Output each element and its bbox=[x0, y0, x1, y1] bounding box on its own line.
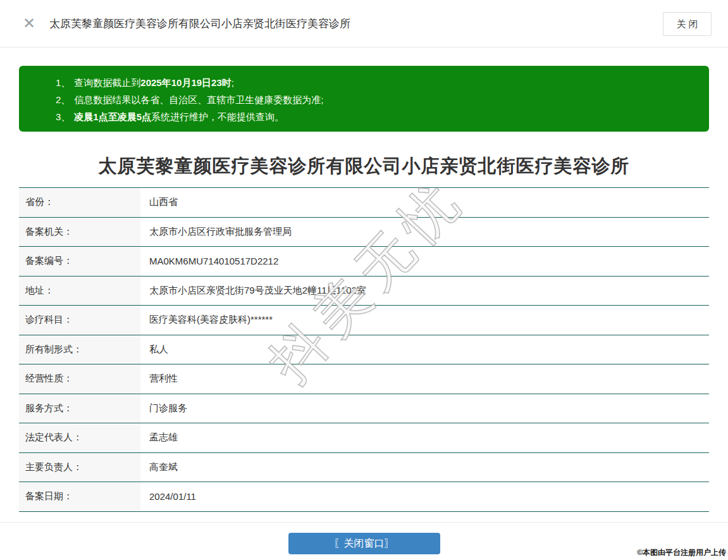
field-label: 备案编号： bbox=[19, 247, 140, 276]
notice-line: 1、查询数据截止到2025年10月19日23时; bbox=[56, 74, 696, 91]
field-value: MA0KM6MU714010517D2212 bbox=[140, 247, 709, 276]
field-value: 高奎斌 bbox=[140, 453, 709, 482]
table-row: 主要负责人：高奎斌 bbox=[19, 452, 709, 482]
field-label: 法定代表人： bbox=[19, 423, 140, 452]
footer-divider bbox=[0, 522, 728, 523]
field-label: 备案机关： bbox=[19, 218, 140, 247]
field-value: 门诊服务 bbox=[140, 394, 709, 423]
table-row: 诊疗科目：医疗美容科(美容皮肤科)****** bbox=[19, 305, 709, 335]
notice-box: 1、查询数据截止到2025年10月19日23时;2、信息数据结果以各省、自治区、… bbox=[19, 66, 709, 132]
field-label: 备案日期： bbox=[19, 482, 140, 511]
field-value: 山西省 bbox=[140, 188, 709, 217]
notice-text-segment: 信息数据结果以各省、自治区、直辖市卫生健康委数据为准; bbox=[74, 94, 323, 105]
field-label: 地址： bbox=[19, 277, 140, 306]
field-label: 省份： bbox=[19, 188, 140, 217]
notice-line-number: 2、 bbox=[56, 94, 70, 105]
notice-line: 3、凌晨1点至凌晨5点系统进行维护，不能提供查询。 bbox=[56, 108, 696, 125]
close-icon[interactable]: ✕ bbox=[23, 16, 35, 31]
field-value: 太原市小店区行政审批服务管理局 bbox=[140, 218, 709, 247]
notice-text-segment: 凌晨1点至凌晨5点 bbox=[74, 111, 151, 122]
table-row: 法定代表人：孟志雄 bbox=[19, 423, 709, 452]
top-bar: ✕ 太原芙黎童颜医疗美容诊所有限公司小店亲贤北街医疗美容诊所 关 闭 bbox=[0, 0, 728, 47]
close-button[interactable]: 关 闭 bbox=[663, 12, 712, 36]
field-value: 私人 bbox=[140, 335, 709, 364]
notice-line: 2、信息数据结果以各省、自治区、直辖市卫生健康委数据为准; bbox=[56, 91, 696, 108]
footer: 〖关闭窗口〗 bbox=[0, 533, 728, 554]
table-row: 备案编号：MA0KM6MU714010517D2212 bbox=[19, 246, 709, 276]
info-table: 省份：山西省备案机关：太原市小店区行政审批服务管理局备案编号：MA0KM6MU7… bbox=[19, 187, 709, 512]
notice-line-number: 1、 bbox=[56, 77, 70, 88]
table-row: 备案日期：2024/01/11 bbox=[19, 482, 709, 511]
table-row: 省份：山西省 bbox=[19, 187, 709, 217]
notice-text-segment: ; bbox=[231, 77, 234, 88]
close-window-button[interactable]: 〖关闭窗口〗 bbox=[288, 533, 440, 554]
table-row: 地址：太原市小店区亲贤北街79号茂业天地2幢11层1102室 bbox=[19, 276, 709, 306]
table-row: 服务方式：门诊服务 bbox=[19, 394, 709, 423]
field-value: 医疗美容科(美容皮肤科)****** bbox=[140, 306, 709, 335]
table-row: 备案机关：太原市小店区行政审批服务管理局 bbox=[19, 217, 709, 247]
field-label: 诊疗科目： bbox=[19, 306, 140, 335]
page-title: 太原芙黎童颜医疗美容诊所有限公司小店亲贤北街医疗美容诊所 bbox=[0, 152, 728, 180]
notice-text-segment: 查询数据截止到 bbox=[74, 77, 140, 88]
table-row: 所有制形式：私人 bbox=[19, 335, 709, 364]
notice-text-segment: 2025年10月19日23时 bbox=[140, 77, 231, 88]
field-label: 所有制形式： bbox=[19, 335, 140, 364]
field-value: 2024/01/11 bbox=[140, 482, 709, 511]
field-value: 太原市小店区亲贤北街79号茂业天地2幢11层1102室 bbox=[140, 277, 709, 306]
field-value: 孟志雄 bbox=[140, 423, 709, 452]
field-value: 营利性 bbox=[140, 364, 709, 394]
field-label: 主要负责人： bbox=[19, 453, 140, 482]
copyright-watermark: ©本图由平台注册用户上传 bbox=[637, 547, 726, 558]
window-title: 太原芙黎童颜医疗美容诊所有限公司小店亲贤北街医疗美容诊所 bbox=[49, 16, 350, 31]
notice-text-segment: 系统进行维护，不能提供查询。 bbox=[151, 111, 284, 122]
field-label: 经营性质： bbox=[19, 364, 140, 394]
notice-line-number: 3、 bbox=[56, 111, 70, 122]
table-row: 经营性质：营利性 bbox=[19, 364, 709, 394]
field-label: 服务方式： bbox=[19, 394, 140, 423]
